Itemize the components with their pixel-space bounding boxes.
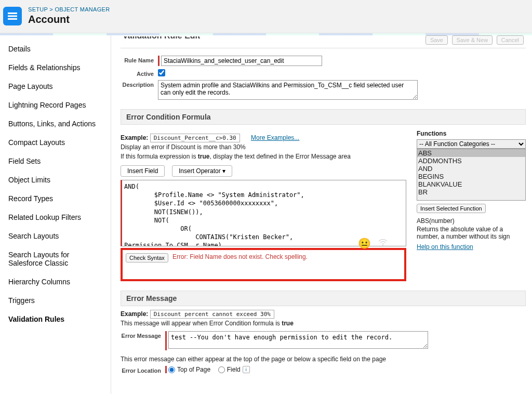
section-error-condition: Error Condition Formula [121, 109, 526, 125]
breadcrumb-setup[interactable]: SETUP [28, 6, 48, 12]
sidebar-item-lightning-record-pages[interactable]: Lightning Record Pages [0, 96, 111, 114]
insert-field-button[interactable]: Insert Field [121, 165, 165, 177]
syntax-error-text: Error: Field Name does not exist. Check … [172, 253, 308, 260]
function-item[interactable]: ADDMONTHS [417, 157, 525, 165]
sidebar: DetailsFields & RelationshipsPage Layout… [0, 35, 111, 394]
cancel-button[interactable]: Cancel [497, 35, 524, 45]
active-label: Active [121, 69, 158, 77]
rule-name-input[interactable] [161, 56, 322, 66]
save-and-new-button[interactable]: Save & New [452, 35, 493, 45]
formula-textarea[interactable] [121, 180, 406, 246]
insert-operator-button[interactable]: Insert Operator [172, 165, 232, 177]
sidebar-item-hierarchy-columns[interactable]: Hierarchy Columns [0, 272, 111, 291]
error-msg-example: Discount percent cannot exceed 30% [150, 310, 274, 319]
sidebar-item-field-sets[interactable]: Field Sets [0, 152, 111, 170]
panel-title: Validation Rule Edit [123, 36, 200, 44]
function-category-select[interactable]: -- All Function Categories -- [417, 139, 526, 149]
function-item[interactable]: ABS [417, 149, 525, 157]
error-location-hint: This error message can either appear at … [121, 356, 526, 363]
breadcrumb-object-manager[interactable]: OBJECT MANAGER [55, 6, 110, 12]
insert-selected-function-button[interactable]: Insert Selected Function [417, 204, 486, 213]
toolbar: Validation Rule Edit Save Save & New Can… [121, 35, 526, 48]
page-title: Account [28, 14, 110, 25]
check-syntax-button[interactable]: Check Syntax [126, 253, 168, 262]
field-radio[interactable] [218, 366, 225, 373]
sidebar-item-record-types[interactable]: Record Types [0, 189, 111, 208]
save-button[interactable]: Save [425, 35, 448, 45]
more-examples-link[interactable]: More Examples... [251, 134, 299, 141]
function-list[interactable]: ABSADDMONTHSANDBEGINSBLANKVALUEBR [417, 149, 526, 201]
functions-panel: Functions -- All Function Categories -- … [417, 130, 526, 281]
sidebar-item-triggers[interactable]: Triggers [0, 291, 111, 310]
svg-rect-1 [8, 15, 17, 17]
formula-hint: If this formula expression is true, disp… [121, 153, 406, 160]
error-location-label: Error Location [121, 366, 165, 374]
breadcrumb: SETUP > OBJECT MANAGER [28, 6, 110, 12]
active-checkbox[interactable] [158, 69, 165, 76]
description-textarea[interactable] [158, 80, 418, 100]
info-icon[interactable]: i [243, 366, 250, 373]
error-message-textarea[interactable] [168, 331, 428, 349]
sidebar-item-related-lookup-filters[interactable]: Related Lookup Filters [0, 208, 111, 227]
rule-name-label: Rule Name [121, 56, 158, 63]
wifi-icon [378, 239, 388, 248]
error-msg-hint: This message will appear when Error Cond… [121, 320, 526, 327]
function-description: Returns the absolute value of a number, … [417, 226, 526, 240]
sidebar-item-object-limits[interactable]: Object Limits [0, 170, 111, 189]
function-item[interactable]: AND [417, 165, 525, 173]
function-item[interactable]: BLANKVALUE [417, 180, 525, 188]
sidebar-item-validation-rules[interactable]: Validation Rules [0, 310, 111, 329]
neutral-face-icon: 😐 [358, 237, 371, 249]
description-label: Description [121, 80, 158, 88]
example-code: Discount_Percent__c>0.30 [150, 134, 240, 142]
functions-label: Functions [417, 130, 446, 137]
function-signature: ABS(number) [417, 217, 526, 225]
sidebar-item-search-layouts[interactable]: Search Layouts [0, 227, 111, 245]
top-of-page-radio[interactable] [168, 366, 175, 373]
sidebar-item-search-layouts-for-salesforce-classic[interactable]: Search Layouts for Salesforce Classic [0, 245, 111, 272]
example-hint: Display an error if Discount is more tha… [121, 143, 406, 151]
section-error-message: Error Message [121, 291, 526, 306]
function-item[interactable]: BEGINS [417, 173, 525, 180]
svg-rect-2 [8, 18, 17, 20]
syntax-result-box: Check Syntax Error: Field Name does not … [121, 248, 406, 281]
sidebar-item-fields-relationships[interactable]: Fields & Relationships [0, 58, 111, 77]
help-on-function-link[interactable]: Help on this function [417, 243, 473, 251]
app-launcher-icon[interactable] [3, 7, 22, 25]
error-message-label: Error Message [121, 331, 165, 339]
page-header: SETUP > OBJECT MANAGER Account [0, 0, 532, 33]
sidebar-item-compact-layouts[interactable]: Compact Layouts [0, 133, 111, 152]
svg-point-3 [382, 245, 383, 246]
function-item[interactable]: BR [417, 188, 525, 196]
svg-rect-0 [8, 12, 17, 14]
sidebar-item-details[interactable]: Details [0, 40, 111, 58]
sidebar-item-buttons-links-and-actions[interactable]: Buttons, Links, and Actions [0, 114, 111, 133]
content-area: Validation Rule Edit Save Save & New Can… [111, 35, 532, 394]
sidebar-item-page-layouts[interactable]: Page Layouts [0, 77, 111, 96]
